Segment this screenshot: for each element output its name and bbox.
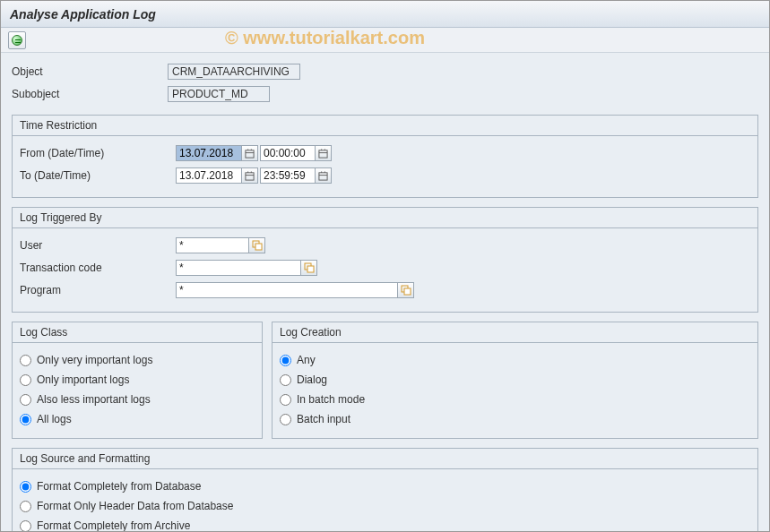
log-class-option-row: Only very important logs <box>20 350 255 370</box>
tcode-input[interactable] <box>176 260 301 276</box>
log-source-option-radio[interactable] <box>20 520 31 532</box>
user-input[interactable] <box>176 237 249 253</box>
log-source-option-row: Format Completely from Database <box>20 476 750 496</box>
log-class-option-radio[interactable] <box>20 394 31 406</box>
multi-select-icon <box>401 285 411 296</box>
from-label: From (Date/Time) <box>20 147 176 159</box>
log-creation-option-row: In batch mode <box>280 390 750 409</box>
log-source-title: Log Source and Formatting <box>13 449 757 469</box>
svg-rect-12 <box>319 172 327 179</box>
program-input[interactable] <box>176 282 398 298</box>
log-class-title: Log Class <box>13 322 262 343</box>
log-class-option-radio[interactable] <box>20 374 31 386</box>
log-creation-option-label: In batch mode <box>297 393 365 406</box>
to-date-input[interactable] <box>176 167 242 184</box>
title-bar: Analyse Application Log <box>1 1 769 28</box>
from-date-input[interactable] <box>176 145 242 161</box>
content-area: Object Subobject Time Restriction From (… <box>1 53 769 531</box>
log-creation-option-radio[interactable] <box>280 394 291 406</box>
svg-rect-17 <box>255 244 262 250</box>
svg-rect-19 <box>307 266 314 272</box>
object-field[interactable] <box>168 64 300 80</box>
from-time-input[interactable] <box>260 145 316 161</box>
subobject-field[interactable] <box>168 86 270 102</box>
log-class-option-label: Also less important logs <box>37 393 151 406</box>
log-class-option-label: Only very important logs <box>37 354 152 366</box>
tcode-multi-button[interactable] <box>301 260 317 276</box>
subobject-label: Subobject <box>12 88 168 100</box>
program-label: Program <box>20 284 176 296</box>
log-creation-option-label: Batch input <box>297 413 350 425</box>
log-class-option-radio[interactable] <box>20 355 31 366</box>
to-label: To (Date/Time) <box>20 169 176 182</box>
log-source-option-label: Format Completely from Archive <box>37 519 190 531</box>
log-creation-option-radio[interactable] <box>280 414 291 425</box>
svg-rect-8 <box>246 172 254 179</box>
time-restriction-group: Time Restriction From (Date/Time) To (Da… <box>12 115 758 198</box>
log-triggered-title: Log Triggered By <box>13 208 757 228</box>
log-creation-option-row: Batch input <box>280 409 750 429</box>
log-creation-option-radio[interactable] <box>280 374 291 386</box>
tcode-label: Transaction code <box>20 262 176 274</box>
execute-button[interactable] <box>8 31 26 49</box>
svg-rect-0 <box>246 150 254 157</box>
svg-rect-21 <box>404 288 411 295</box>
log-source-option-radio[interactable] <box>20 481 31 493</box>
toolbar <box>1 28 769 53</box>
time-restriction-title: Time Restriction <box>13 116 757 136</box>
log-class-option-row: Only important logs <box>20 370 255 390</box>
log-source-option-row: Format Completely from Archive <box>20 516 750 531</box>
calendar-icon <box>245 171 255 181</box>
log-class-option-row: All logs <box>20 409 255 429</box>
multi-select-icon <box>252 240 263 251</box>
to-time-picker-button[interactable] <box>316 167 332 184</box>
log-creation-option-row: Any <box>280 350 750 370</box>
to-date-picker-button[interactable] <box>242 167 258 184</box>
log-source-option-label: Format Only Header Data from Database <box>37 500 233 512</box>
log-creation-group: Log Creation AnyDialogIn batch modeBatch… <box>272 322 758 439</box>
user-multi-button[interactable] <box>249 237 265 253</box>
log-class-option-label: All logs <box>37 413 72 425</box>
log-class-option-radio[interactable] <box>20 414 31 425</box>
log-creation-option-row: Dialog <box>280 370 750 390</box>
selection-fields: Object Subobject <box>12 62 758 104</box>
log-source-group: Log Source and Formatting Format Complet… <box>12 448 758 531</box>
page-title: Analyse Application Log <box>10 7 156 21</box>
calendar-icon <box>245 149 255 159</box>
program-multi-button[interactable] <box>398 282 414 298</box>
log-source-option-row: Format Only Header Data from Database <box>20 496 750 516</box>
user-label: User <box>20 239 176 252</box>
calendar-icon <box>318 171 328 181</box>
calendar-icon <box>318 149 328 159</box>
log-class-option-label: Only important logs <box>37 373 129 386</box>
object-label: Object <box>12 65 168 78</box>
multi-select-icon <box>304 262 315 273</box>
log-creation-option-label: Dialog <box>297 373 327 386</box>
log-class-option-row: Also less important logs <box>20 390 255 409</box>
log-class-group: Log Class Only very important logsOnly i… <box>12 322 263 439</box>
log-creation-option-label: Any <box>297 354 316 366</box>
from-date-picker-button[interactable] <box>242 145 258 161</box>
log-source-option-radio[interactable] <box>20 501 31 512</box>
to-time-input[interactable] <box>260 167 316 184</box>
log-creation-option-radio[interactable] <box>280 355 291 366</box>
log-creation-title: Log Creation <box>273 322 757 343</box>
from-time-picker-button[interactable] <box>316 145 332 161</box>
execute-icon <box>12 35 22 46</box>
log-source-option-label: Format Completely from Database <box>37 480 201 493</box>
log-triggered-group: Log Triggered By User Transaction code P… <box>12 207 758 313</box>
svg-rect-4 <box>319 150 327 157</box>
